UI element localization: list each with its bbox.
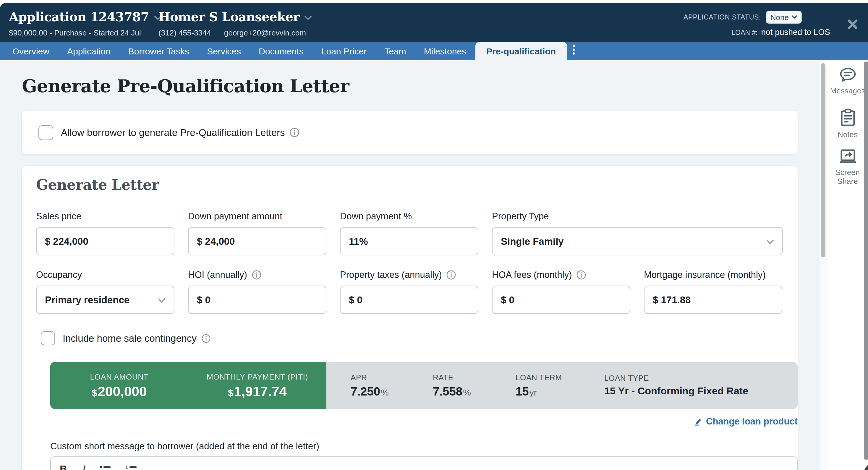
field-property-taxes: Property taxes (annually) $ 0 [340,270,478,314]
sales-price-label: Sales price [36,211,175,222]
currency-symbol: $ [92,388,97,399]
field-occupancy: Occupancy Primary residence [36,270,175,314]
sidebar-item-messages[interactable]: Messages [827,67,868,95]
chevron-down-icon [792,15,797,19]
occupancy-select[interactable]: Primary residence [36,286,175,314]
home-sale-contingency-checkbox[interactable] [41,331,55,345]
field-down-payment-amount: Down payment amount $ 24,000 [188,211,327,255]
rate-unit: % [463,387,471,397]
content-scrollbar-thumb[interactable] [821,63,826,257]
down-payment-pct-input[interactable]: 11% [340,227,478,255]
down-payment-pct-label: Down payment % [340,211,478,222]
bold-button[interactable]: B [60,464,67,470]
info-icon[interactable] [201,334,210,343]
monthly-payment-value: 1,917.74 [234,384,287,400]
numbered-list-icon: 12 [125,465,137,470]
generate-letter-card: Generate Letter Sales price $ 224,000 Do… [21,165,798,470]
application-status-label: APPLICATION STATUS: [684,13,761,21]
mortgage-insurance-label: Mortgage insurance (monthly) [644,270,782,280]
chevron-down-icon [158,294,165,305]
application-subtitle: $90,000.00 - Purchase - Started 24 Jul [9,28,161,37]
bullet-list-button[interactable] [99,465,111,470]
mortgage-insurance-input[interactable]: $ 171.88 [644,286,782,314]
rate-label: RATE [433,373,516,382]
svg-text:1: 1 [125,465,128,469]
allow-borrower-checkbox[interactable] [38,125,53,140]
tab-milestones[interactable]: Milestones [415,42,475,60]
allow-borrower-label: Allow borrower to generate Pre-Qualifica… [61,127,285,138]
tab-documents[interactable]: Documents [250,42,312,60]
italic-button[interactable]: I [81,464,85,470]
loan-number-value: not pushed to LOS [761,27,830,37]
property-taxes-input[interactable]: $ 0 [340,286,478,314]
tab-application[interactable]: Application [58,42,119,60]
numbered-list-button[interactable]: 12 [125,465,137,470]
property-type-label: Property Type [492,211,783,222]
application-summary: Application 1243787 $90,000.00 - Purchas… [9,9,161,37]
tools-sidebar: Messages Notes Screen Share [827,60,868,470]
tab-services[interactable]: Services [198,42,250,60]
change-loan-product-link[interactable]: Change loan product [694,416,798,427]
messages-label: Messages [830,86,865,95]
chevron-down-icon [766,236,774,247]
monthly-payment-block: MONTHLY PAYMENT (PITI) $1,917.74 [188,362,327,409]
field-property-type: Property Type Single Family [492,211,783,255]
loan-amount-label: LOAN AMOUNT [90,372,148,381]
pencil-icon [694,417,703,426]
content-scrollbar-track[interactable] [819,60,827,470]
editor-toolbar: B I 12 [60,464,797,470]
property-type-value: Single Family [501,236,564,247]
page-title: Generate Pre-Qualification Letter [22,76,819,96]
hoa-fees-label: HOA fees (monthly) [492,270,572,280]
apr-value: 7.250 [351,384,380,398]
tab-bar: Overview Application Borrower Tasks Serv… [0,42,868,60]
loan-number-label: LOAN #: [732,29,757,36]
home-sale-contingency-row: Include home sale contingency [41,331,783,345]
field-sales-price: Sales price $ 224,000 [36,211,175,255]
close-icon[interactable] [847,18,859,30]
tab-borrower-tasks[interactable]: Borrower Tasks [119,42,198,60]
down-payment-amount-label: Down payment amount [188,211,327,222]
application-status-select[interactable]: None [766,11,802,24]
info-icon[interactable] [290,128,299,137]
info-icon[interactable] [252,270,261,280]
tab-team[interactable]: Team [375,42,415,60]
rate-block: RATE 7.558% [433,373,516,398]
loan-type-value: 15 Yr - Conforming Fixed Rate [604,385,748,397]
sales-price-input[interactable]: $ 224,000 [36,227,175,255]
loan-amount-block: LOAN AMOUNT $200,000 [50,362,188,409]
down-payment-amount-input[interactable]: $ 24,000 [188,227,327,255]
rate-value: 7.558 [433,384,462,398]
property-type-select[interactable]: Single Family [492,227,783,255]
window-scrollbar-thumb[interactable] [864,61,868,460]
loan-type-block: LOAN TYPE 15 Yr - Conforming Fixed Rate [604,374,748,397]
hoa-fees-input[interactable]: $ 0 [492,286,630,314]
tab-loan-pricer[interactable]: Loan Pricer [312,42,375,60]
loan-term-block: LOAN TERM 15yr [516,373,604,398]
apr-label: APR [351,373,433,382]
pre-qualification-page: Generate Pre-Qualification Letter Allow … [0,60,819,470]
application-title: Application 1243787 [9,9,149,24]
borrower-email: george+20@revvin.com [224,28,306,37]
more-tabs-kebab-icon[interactable] [572,44,575,57]
tab-pre-qualification[interactable]: Pre-qualification [475,42,567,60]
field-mortgage-insurance: Mortgage insurance (monthly) $ 171.88 [644,270,782,314]
chevron-down-icon[interactable] [305,11,312,22]
loan-summary-details: APR 7.250% RATE 7.558% LOAN TERM 15yr LO… [327,362,798,409]
sidebar-item-notes[interactable]: Notes [827,109,868,139]
notes-icon [840,109,855,127]
screen-share-label-line2: Share [837,177,858,186]
loan-summary-bar: LOAN AMOUNT $200,000 MONTHLY PAYMENT (PI… [50,362,798,409]
sidebar-item-screen-share[interactable]: Screen Share [827,149,868,186]
field-hoa-fees: HOA fees (monthly) $ 0 [492,270,630,314]
tab-overview[interactable]: Overview [4,42,58,60]
property-taxes-label: Property taxes (annually) [340,270,442,280]
occupancy-label: Occupancy [36,270,175,280]
info-icon[interactable] [577,270,586,280]
info-icon[interactable] [447,270,456,280]
hoi-input[interactable]: $ 0 [188,286,327,314]
generate-letter-title: Generate Letter [36,176,783,193]
custom-message-editor[interactable]: B I 12 [50,457,798,470]
monthly-payment-label: MONTHLY PAYMENT (PITI) [207,372,308,381]
home-sale-contingency-label: Include home sale contingency [63,333,196,344]
